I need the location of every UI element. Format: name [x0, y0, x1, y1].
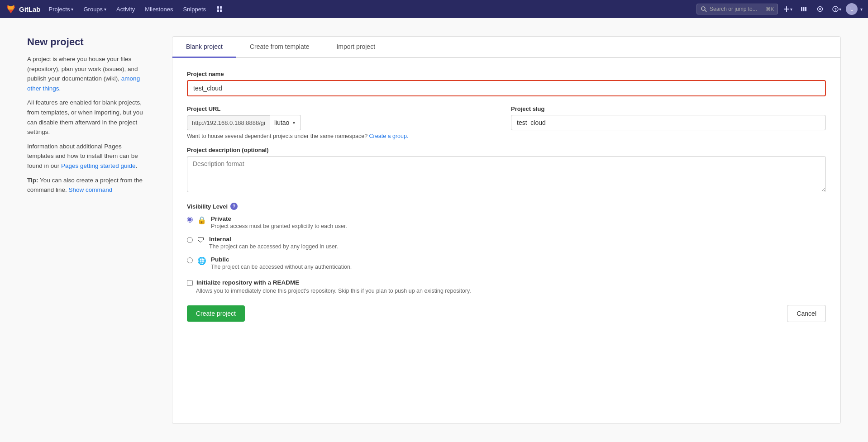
init-readme-label[interactable]: Initialize repository with a README — [196, 279, 299, 286]
search-shortcut: ⌘K — [766, 6, 774, 12]
visibility-internal: 🛡 Internal The project can be accessed b… — [187, 236, 826, 250]
shield-icon: 🛡 — [197, 236, 205, 244]
sidebar-tip: Tip: You can also create a project from … — [27, 176, 145, 195]
brand-logo[interactable]: GitLab — [5, 4, 41, 14]
search-icon — [701, 6, 707, 12]
avatar-chevron-icon: ▾ — [860, 7, 863, 12]
plus-btn[interactable]: ▾ — [781, 2, 794, 16]
sidebar-para2: All features are enabled for blank proje… — [27, 98, 145, 137]
plus-chevron-icon: ▾ — [790, 7, 792, 12]
among-other-things-link[interactable]: among other things — [27, 75, 140, 92]
show-command-link[interactable]: Show command — [69, 186, 113, 193]
visibility-private: 🔒 Private Project access must be granted… — [187, 215, 826, 229]
navbar: GitLab Projects ▾ Groups ▾ Activity Mile… — [0, 0, 868, 18]
project-slug-label: Project slug — [511, 105, 826, 112]
form-area: Project name Project URL http://192.168.… — [172, 58, 840, 335]
description-label: Project description (optional) — [187, 147, 826, 153]
svg-point-4 — [701, 7, 705, 10]
visibility-internal-radio[interactable] — [187, 237, 193, 243]
svg-rect-8 — [801, 7, 802, 11]
search-box[interactable]: Search or jump to... ⌘K — [696, 4, 778, 14]
svg-rect-3 — [220, 10, 222, 12]
globe-icon: 🌐 — [197, 257, 206, 265]
visibility-public: 🌐 Public The project can be accessed wit… — [187, 256, 826, 270]
nav-activity[interactable]: Activity — [112, 4, 139, 14]
issues-icon-btn[interactable] — [813, 2, 827, 16]
sidebar-para3: Information about additional Pages templ… — [27, 142, 145, 171]
sidebar: New project A project is where you house… — [27, 36, 145, 424]
cancel-button[interactable]: Cancel — [787, 305, 826, 322]
help-chevron-icon: ▾ — [839, 7, 841, 12]
project-url-label: Project URL — [187, 105, 502, 112]
svg-rect-0 — [217, 6, 219, 9]
brand-name: GitLab — [19, 5, 41, 13]
project-name-input[interactable] — [187, 80, 826, 96]
project-name-group: Project name — [187, 71, 826, 96]
pages-guide-link[interactable]: Pages getting started guide — [61, 162, 135, 169]
init-readme-section: Initialize repository with a README Allo… — [187, 279, 826, 294]
groups-chevron-icon: ▾ — [104, 7, 106, 12]
visibility-public-radio[interactable] — [187, 257, 193, 263]
nav-snippets[interactable]: Snippets — [178, 4, 210, 14]
tabs: Blank project Create from template Impor… — [172, 37, 840, 58]
visibility-private-radio[interactable] — [187, 217, 193, 223]
svg-rect-10 — [805, 7, 806, 11]
visibility-info-icon[interactable]: ? — [230, 203, 238, 210]
nav-right: Search or jump to... ⌘K ▾ ? ▾ L ▾ — [696, 2, 863, 16]
visibility-label: Visibility Level ? — [187, 203, 826, 210]
project-name-label: Project name — [187, 71, 826, 77]
create-group-link[interactable]: Create a group. — [369, 133, 409, 139]
visibility-public-content: Public The project can be accessed witho… — [211, 256, 352, 270]
svg-line-5 — [705, 10, 707, 12]
url-slug-row: Project URL http://192.168.0.188:8888/gi… — [187, 105, 826, 130]
description-textarea[interactable] — [187, 156, 826, 192]
nav-items: Projects ▾ Groups ▾ Activity Milestones … — [44, 4, 228, 14]
url-row: http://192.168.0.188:8888/gi liutao ▾ — [187, 115, 502, 130]
tab-import-project[interactable]: Import project — [323, 37, 389, 58]
page-title: New project — [27, 36, 145, 48]
page-content: New project A project is where you house… — [0, 18, 868, 442]
url-prefix: http://192.168.0.188:8888/gi — [187, 115, 270, 130]
namespace-select[interactable]: liutao — [270, 115, 301, 130]
gitlab-fox-icon — [5, 4, 16, 14]
svg-rect-2 — [217, 10, 219, 12]
nav-groups[interactable]: Groups ▾ — [79, 4, 111, 14]
visibility-group: Visibility Level ? 🔒 Private Project acc… — [187, 203, 826, 270]
project-slug-input[interactable] — [511, 115, 826, 130]
nav-projects[interactable]: Projects ▾ — [44, 4, 78, 14]
namespace-hint: Want to house several dependent projects… — [187, 133, 826, 139]
help-icon-btn[interactable]: ? ▾ — [830, 2, 843, 16]
nav-milestones[interactable]: Milestones — [140, 4, 177, 14]
sidebar-para1: A project is where you house your files … — [27, 54, 145, 93]
projects-chevron-icon: ▾ — [71, 7, 73, 12]
url-col: Project URL http://192.168.0.188:8888/gi… — [187, 105, 502, 130]
tab-create-from-template[interactable]: Create from template — [236, 37, 323, 58]
visibility-internal-content: Internal The project can be accessed by … — [209, 236, 338, 250]
description-group: Project description (optional) — [187, 147, 826, 194]
slug-col: Project slug — [511, 105, 826, 130]
create-project-button[interactable]: Create project — [187, 305, 245, 322]
svg-rect-9 — [803, 7, 805, 11]
init-readme-row: Initialize repository with a README — [187, 279, 826, 286]
init-readme-checkbox[interactable] — [187, 280, 193, 286]
form-actions: Create project Cancel — [187, 305, 826, 322]
columns-icon-btn[interactable] — [797, 2, 811, 16]
svg-point-12 — [819, 8, 821, 10]
init-readme-desc: Allows you to immediately clone this pro… — [196, 288, 826, 294]
visibility-private-content: Private Project access must be granted e… — [211, 215, 347, 229]
svg-rect-1 — [220, 6, 222, 9]
tab-blank-project[interactable]: Blank project — [172, 37, 236, 58]
lock-icon: 🔒 — [197, 216, 206, 224]
user-avatar[interactable]: L — [846, 3, 858, 15]
main-panel: Blank project Create from template Impor… — [172, 36, 841, 424]
tip-bold: Tip: — [27, 177, 38, 184]
nav-activity-icon-btn[interactable] — [211, 4, 228, 14]
svg-text:?: ? — [834, 7, 837, 12]
